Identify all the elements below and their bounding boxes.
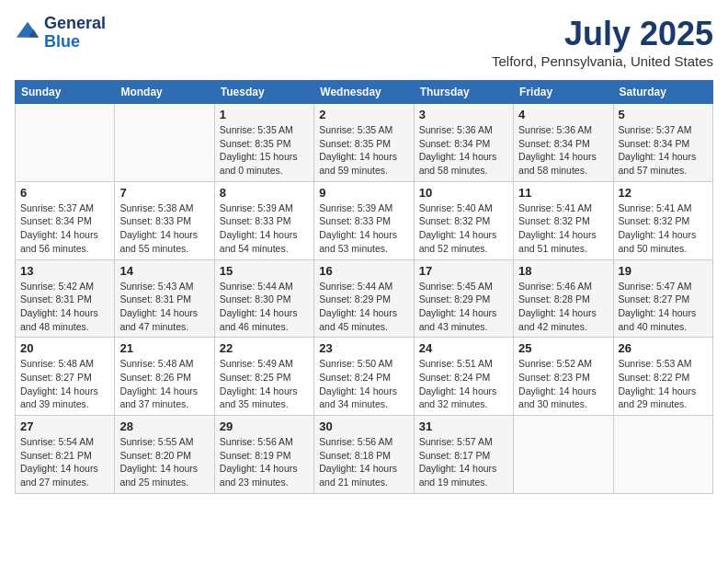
weekday-header-friday: Friday: [514, 81, 613, 104]
logo: General Blue: [15, 15, 106, 52]
calendar-cell: 10 Sunrise: 5:40 AMSunset: 8:32 PMDaylig…: [414, 181, 513, 259]
weekday-header-wednesday: Wednesday: [314, 81, 414, 104]
calendar-cell: 16 Sunrise: 5:44 AMSunset: 8:29 PMDaylig…: [314, 259, 414, 338]
calendar-cell: 18 Sunrise: 5:46 AMSunset: 8:28 PMDaylig…: [514, 259, 613, 338]
calendar-week-row: 27 Sunrise: 5:54 AMSunset: 8:21 PMDaylig…: [16, 416, 713, 494]
calendar-cell: 25 Sunrise: 5:52 AMSunset: 8:23 PMDaylig…: [514, 338, 613, 416]
day-info: Sunrise: 5:36 AMSunset: 8:34 PMDaylight:…: [419, 123, 508, 178]
day-number: 10: [419, 186, 508, 200]
calendar-cell: 11 Sunrise: 5:41 AMSunset: 8:32 PMDaylig…: [514, 181, 613, 259]
calendar-cell: 20 Sunrise: 5:48 AMSunset: 8:27 PMDaylig…: [16, 338, 115, 416]
location-subtitle: Telford, Pennsylvania, United States: [492, 53, 713, 69]
day-info: Sunrise: 5:53 AMSunset: 8:22 PMDaylight:…: [619, 357, 708, 411]
calendar-cell: 8 Sunrise: 5:39 AMSunset: 8:33 PMDayligh…: [214, 181, 313, 259]
calendar-week-row: 20 Sunrise: 5:48 AMSunset: 8:27 PMDaylig…: [16, 338, 713, 416]
day-info: Sunrise: 5:56 AMSunset: 8:18 PMDaylight:…: [319, 435, 408, 489]
day-number: 9: [319, 186, 408, 200]
day-info: Sunrise: 5:56 AMSunset: 8:19 PMDaylight:…: [220, 435, 309, 489]
day-info: Sunrise: 5:42 AMSunset: 8:31 PMDaylight:…: [20, 280, 109, 334]
day-number: 20: [20, 341, 109, 355]
day-number: 22: [220, 341, 309, 355]
logo-text-line1: General: [44, 15, 106, 33]
day-number: 1: [220, 108, 309, 121]
calendar-cell: 12 Sunrise: 5:41 AMSunset: 8:32 PMDaylig…: [613, 181, 712, 259]
day-number: 6: [20, 186, 109, 200]
weekday-header-row: SundayMondayTuesdayWednesdayThursdayFrid…: [16, 81, 713, 104]
day-number: 4: [518, 108, 608, 121]
day-info: Sunrise: 5:52 AMSunset: 8:23 PMDaylight:…: [518, 357, 608, 411]
day-info: Sunrise: 5:37 AMSunset: 8:34 PMDaylight:…: [20, 201, 109, 256]
day-number: 16: [319, 264, 408, 278]
day-number: 28: [119, 419, 209, 433]
calendar-cell: 23 Sunrise: 5:50 AMSunset: 8:24 PMDaylig…: [314, 338, 414, 416]
day-info: Sunrise: 5:35 AMSunset: 8:35 PMDaylight:…: [319, 123, 408, 178]
calendar-cell: 14 Sunrise: 5:43 AMSunset: 8:31 PMDaylig…: [115, 259, 214, 338]
day-info: Sunrise: 5:48 AMSunset: 8:27 PMDaylight:…: [20, 357, 109, 411]
calendar-cell: 13 Sunrise: 5:42 AMSunset: 8:31 PMDaylig…: [16, 259, 115, 338]
calendar-cell: 1 Sunrise: 5:35 AMSunset: 8:35 PMDayligh…: [214, 104, 313, 182]
day-info: Sunrise: 5:39 AMSunset: 8:33 PMDaylight:…: [319, 201, 408, 256]
title-area: July 2025 Telford, Pennsylvania, United …: [492, 15, 713, 69]
day-info: Sunrise: 5:39 AMSunset: 8:33 PMDaylight:…: [220, 201, 309, 256]
calendar-cell: 17 Sunrise: 5:45 AMSunset: 8:29 PMDaylig…: [414, 259, 513, 338]
day-number: 13: [20, 264, 109, 278]
day-number: 5: [619, 108, 708, 121]
day-info: Sunrise: 5:57 AMSunset: 8:17 PMDaylight:…: [419, 435, 508, 489]
day-number: 27: [20, 419, 109, 433]
day-info: Sunrise: 5:43 AMSunset: 8:31 PMDaylight:…: [119, 280, 209, 334]
day-info: Sunrise: 5:54 AMSunset: 8:21 PMDaylight:…: [20, 435, 109, 489]
calendar-week-row: 13 Sunrise: 5:42 AMSunset: 8:31 PMDaylig…: [16, 259, 713, 338]
calendar-week-row: 6 Sunrise: 5:37 AMSunset: 8:34 PMDayligh…: [16, 181, 713, 259]
day-info: Sunrise: 5:41 AMSunset: 8:32 PMDaylight:…: [518, 201, 608, 256]
day-number: 19: [619, 264, 708, 278]
calendar-cell: 24 Sunrise: 5:51 AMSunset: 8:24 PMDaylig…: [414, 338, 513, 416]
day-info: Sunrise: 5:41 AMSunset: 8:32 PMDaylight:…: [619, 201, 708, 256]
calendar-cell: [514, 416, 613, 494]
calendar-week-row: 1 Sunrise: 5:35 AMSunset: 8:35 PMDayligh…: [16, 104, 713, 182]
day-info: Sunrise: 5:45 AMSunset: 8:29 PMDaylight:…: [419, 280, 508, 334]
day-info: Sunrise: 5:40 AMSunset: 8:32 PMDaylight:…: [419, 201, 508, 256]
weekday-header-thursday: Thursday: [414, 81, 513, 104]
calendar-cell: 3 Sunrise: 5:36 AMSunset: 8:34 PMDayligh…: [414, 104, 513, 182]
calendar-cell: 6 Sunrise: 5:37 AMSunset: 8:34 PMDayligh…: [16, 181, 115, 259]
day-number: 3: [419, 108, 508, 121]
day-info: Sunrise: 5:46 AMSunset: 8:28 PMDaylight:…: [518, 280, 608, 334]
day-number: 12: [619, 186, 708, 200]
day-info: Sunrise: 5:44 AMSunset: 8:30 PMDaylight:…: [220, 280, 309, 334]
day-info: Sunrise: 5:51 AMSunset: 8:24 PMDaylight:…: [419, 357, 508, 411]
calendar-cell: [115, 104, 214, 182]
calendar-cell: 31 Sunrise: 5:57 AMSunset: 8:17 PMDaylig…: [414, 416, 513, 494]
day-info: Sunrise: 5:50 AMSunset: 8:24 PMDaylight:…: [319, 357, 408, 411]
day-number: 26: [619, 341, 708, 355]
calendar-cell: 15 Sunrise: 5:44 AMSunset: 8:30 PMDaylig…: [214, 259, 313, 338]
day-number: 17: [419, 264, 508, 278]
day-number: 23: [319, 341, 408, 355]
day-number: 8: [220, 186, 309, 200]
day-number: 29: [220, 419, 309, 433]
calendar-cell: [613, 416, 712, 494]
weekday-header-sunday: Sunday: [16, 81, 115, 104]
calendar-cell: 19 Sunrise: 5:47 AMSunset: 8:27 PMDaylig…: [613, 259, 712, 338]
calendar-cell: 2 Sunrise: 5:35 AMSunset: 8:35 PMDayligh…: [314, 104, 414, 182]
calendar-cell: 5 Sunrise: 5:37 AMSunset: 8:34 PMDayligh…: [613, 104, 712, 182]
day-info: Sunrise: 5:36 AMSunset: 8:34 PMDaylight:…: [518, 123, 608, 178]
calendar-cell: 7 Sunrise: 5:38 AMSunset: 8:33 PMDayligh…: [115, 181, 214, 259]
calendar-cell: 21 Sunrise: 5:48 AMSunset: 8:26 PMDaylig…: [115, 338, 214, 416]
day-number: 30: [319, 419, 408, 433]
calendar-cell: 28 Sunrise: 5:55 AMSunset: 8:20 PMDaylig…: [115, 416, 214, 494]
calendar-cell: 30 Sunrise: 5:56 AMSunset: 8:18 PMDaylig…: [314, 416, 414, 494]
calendar-cell: 22 Sunrise: 5:49 AMSunset: 8:25 PMDaylig…: [214, 338, 313, 416]
calendar-cell: 9 Sunrise: 5:39 AMSunset: 8:33 PMDayligh…: [314, 181, 414, 259]
day-info: Sunrise: 5:48 AMSunset: 8:26 PMDaylight:…: [119, 357, 209, 411]
day-info: Sunrise: 5:35 AMSunset: 8:35 PMDaylight:…: [220, 123, 309, 178]
day-number: 2: [319, 108, 408, 121]
day-number: 18: [518, 264, 608, 278]
day-info: Sunrise: 5:47 AMSunset: 8:27 PMDaylight:…: [619, 280, 708, 334]
logo-text-line2: Blue: [44, 33, 106, 52]
calendar-cell: 26 Sunrise: 5:53 AMSunset: 8:22 PMDaylig…: [613, 338, 712, 416]
day-number: 15: [220, 264, 309, 278]
calendar-table: SundayMondayTuesdayWednesdayThursdayFrid…: [15, 80, 713, 494]
calendar-cell: 29 Sunrise: 5:56 AMSunset: 8:19 PMDaylig…: [214, 416, 313, 494]
calendar-cell: 4 Sunrise: 5:36 AMSunset: 8:34 PMDayligh…: [514, 104, 613, 182]
calendar-cell: 27 Sunrise: 5:54 AMSunset: 8:21 PMDaylig…: [16, 416, 115, 494]
